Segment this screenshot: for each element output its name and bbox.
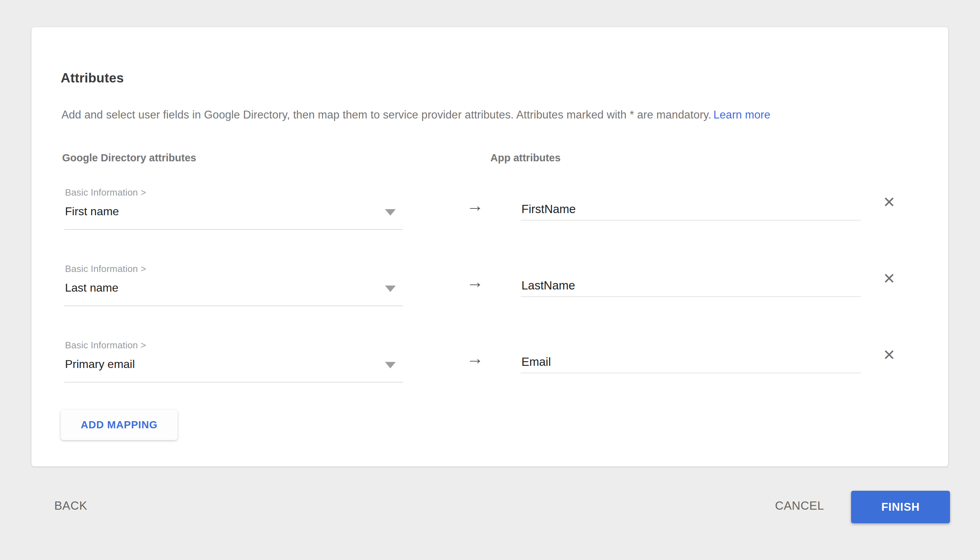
description-text: Add and select user fields in Google Dir…: [62, 108, 711, 121]
directory-attribute-select[interactable]: Last name: [64, 278, 403, 306]
attributes-card: Attributes Add and select user fields in…: [32, 27, 948, 467]
directory-attribute-value: First name: [65, 205, 119, 218]
remove-mapping-button[interactable]: ✕: [881, 193, 897, 211]
add-mapping-button[interactable]: ADD MAPPING: [61, 410, 177, 440]
directory-attribute-value: Last name: [65, 281, 118, 295]
remove-mapping-button[interactable]: ✕: [881, 270, 897, 288]
directory-attribute-select[interactable]: First name: [64, 201, 403, 230]
close-icon: ✕: [883, 347, 895, 363]
arrow-right-icon: →: [466, 196, 484, 215]
learn-more-link[interactable]: Learn more: [714, 108, 771, 121]
directory-attribute-value: Primary email: [65, 358, 135, 371]
finish-button[interactable]: FINISH: [851, 491, 950, 523]
attribute-category-label: Basic Information >: [65, 263, 146, 275]
cancel-button[interactable]: CANCEL: [775, 499, 824, 513]
remove-mapping-button[interactable]: ✕: [881, 346, 897, 364]
close-icon: ✕: [883, 270, 895, 287]
app-attribute-input[interactable]: [521, 269, 861, 297]
mapping-row: Basic Information > First name → ✕: [64, 187, 922, 263]
page-title: Attributes: [61, 71, 124, 86]
app-attribute-input[interactable]: [521, 193, 861, 220]
app-attribute-input[interactable]: [521, 345, 861, 373]
chevron-down-icon: [385, 209, 396, 215]
chevron-down-icon: [385, 362, 396, 368]
page-description: Add and select user fields in Google Dir…: [62, 108, 933, 122]
mapping-row: Basic Information > Primary email → ✕: [64, 340, 922, 416]
close-icon: ✕: [883, 194, 895, 211]
attribute-category-label: Basic Information >: [65, 187, 146, 198]
arrow-right-icon: →: [466, 272, 484, 292]
attribute-category-label: Basic Information >: [65, 340, 146, 351]
back-button[interactable]: BACK: [54, 499, 87, 513]
arrow-right-icon: →: [466, 348, 484, 368]
app-attributes-header: App attributes: [490, 152, 561, 164]
directory-attribute-select[interactable]: Primary email: [64, 354, 403, 383]
chevron-down-icon: [385, 285, 396, 292]
directory-attributes-header: Google Directory attributes: [62, 152, 196, 164]
mapping-row: Basic Information > Last name → ✕: [64, 263, 922, 340]
